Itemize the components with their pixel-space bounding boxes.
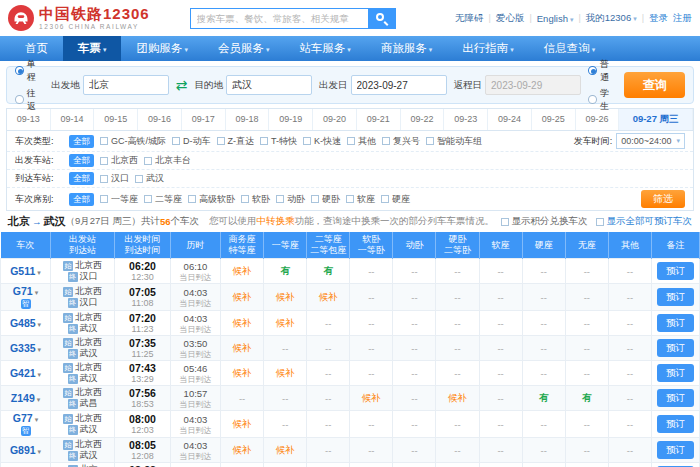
show-points-checkbox[interactable]: 显示积分兑换车次 bbox=[501, 215, 588, 228]
to-input[interactable] bbox=[226, 75, 312, 95]
date-tab-09-18[interactable]: 09-18 bbox=[226, 109, 270, 130]
filter-option-label: 武汉 bbox=[146, 172, 164, 185]
book-button[interactable]: 预订 bbox=[657, 288, 694, 306]
filter-option-0-6[interactable]: 复兴号 bbox=[382, 135, 420, 148]
seat-cell-8: 无 bbox=[565, 463, 608, 467]
filter-option-3-7[interactable]: 硬座 bbox=[381, 193, 410, 206]
filter-option-3-2[interactable]: 高级软卧 bbox=[188, 193, 235, 206]
train-number-link[interactable]: G511 bbox=[10, 265, 35, 277]
filter-option-1-1[interactable]: 北京丰台 bbox=[144, 154, 191, 167]
filter-all-tag[interactable]: 全部 bbox=[69, 154, 94, 167]
register-link[interactable]: 注册 bbox=[673, 12, 692, 25]
date-tab-09-22[interactable]: 09-22 bbox=[401, 109, 445, 130]
nav-item-1[interactable]: 车票 ▾ bbox=[63, 36, 121, 61]
nav-item-2[interactable]: 团购服务 ▾ bbox=[121, 36, 202, 61]
date-tab-09-15[interactable]: 09-15 bbox=[94, 109, 138, 130]
chevron-down-icon[interactable]: ▾ bbox=[36, 448, 41, 455]
filter-option-0-3[interactable]: T-特快 bbox=[260, 135, 297, 148]
passenger-normal-radio[interactable]: 普通 bbox=[588, 58, 617, 84]
filter-option-3-1[interactable]: 二等座 bbox=[144, 193, 182, 206]
date-tab-09-21[interactable]: 09-21 bbox=[357, 109, 401, 130]
date-tab-09-23[interactable]: 09-23 bbox=[444, 109, 488, 130]
header-link-0[interactable]: 无障碍 bbox=[455, 12, 484, 25]
date-tab-09-17[interactable]: 09-17 bbox=[182, 109, 226, 130]
date-tab-09-14[interactable]: 09-14 bbox=[51, 109, 95, 130]
apply-filter-button[interactable]: 筛选 bbox=[641, 190, 685, 208]
show-all-bookable-checkbox[interactable]: 显示全部可预订车次 bbox=[596, 215, 693, 228]
nav-item-5[interactable]: 商旅服务 ▾ bbox=[366, 36, 447, 61]
train-number-link[interactable]: G71 bbox=[13, 285, 33, 297]
header-link-2[interactable]: English ▾ bbox=[537, 13, 574, 24]
trip-oneway-radio[interactable]: 单程 bbox=[15, 58, 44, 84]
search-input[interactable] bbox=[190, 8, 368, 29]
depart-date-input[interactable] bbox=[351, 75, 447, 95]
swap-stations-icon[interactable]: ⇄ bbox=[176, 78, 188, 92]
book-button[interactable]: 预订 bbox=[657, 262, 694, 280]
filter-option-0-7[interactable]: 智能动车组 bbox=[426, 135, 482, 148]
arrival-note: 当日到达 bbox=[171, 375, 220, 384]
filter-option-3-6[interactable]: 软座 bbox=[346, 193, 375, 206]
nav-item-6[interactable]: 出行指南 ▾ bbox=[447, 36, 528, 61]
date-tab-09-19[interactable]: 09-19 bbox=[269, 109, 313, 130]
chevron-down-icon[interactable]: ▾ bbox=[33, 416, 38, 423]
return-date-input[interactable] bbox=[485, 75, 581, 95]
filter-option-0-1[interactable]: D-动车 bbox=[172, 135, 211, 148]
train-number-link[interactable]: G421 bbox=[10, 367, 36, 379]
chevron-down-icon[interactable]: ▾ bbox=[35, 269, 40, 276]
chevron-down-icon[interactable]: ▾ bbox=[36, 371, 41, 378]
book-button[interactable]: 预订 bbox=[657, 415, 694, 433]
chevron-down-icon[interactable]: ▾ bbox=[35, 396, 40, 403]
filter-option-0-0[interactable]: GC-高铁/城际 bbox=[100, 135, 166, 148]
train-number-link[interactable]: G335 bbox=[10, 342, 36, 354]
train-cell: G71 ▾智 bbox=[1, 284, 51, 311]
chevron-down-icon[interactable]: ▾ bbox=[36, 321, 41, 328]
chevron-down-icon[interactable]: ▾ bbox=[36, 346, 41, 353]
date-tab-active[interactable]: 09-27 周三 bbox=[619, 109, 693, 130]
book-button[interactable]: 预订 bbox=[657, 364, 694, 382]
date-tab-09-13[interactable]: 09-13 bbox=[7, 109, 51, 130]
date-tab-09-16[interactable]: 09-16 bbox=[138, 109, 182, 130]
transfer-link[interactable]: 中转换乘 bbox=[257, 215, 295, 226]
header-line1: 出发时间 bbox=[125, 234, 161, 244]
filter-option-2-1[interactable]: 武汉 bbox=[135, 172, 164, 185]
origin-station: 始北京西 bbox=[51, 387, 114, 398]
train-number-link[interactable]: G77 bbox=[13, 412, 33, 424]
filter-all-tag[interactable]: 全部 bbox=[69, 193, 94, 206]
filter-all-tag[interactable]: 全部 bbox=[69, 172, 94, 185]
filter-option-0-4[interactable]: K-快速 bbox=[303, 135, 341, 148]
filter-option-1-0[interactable]: 北京西 bbox=[100, 154, 138, 167]
from-input[interactable] bbox=[83, 75, 169, 95]
separator: | bbox=[578, 13, 580, 23]
header-link-1[interactable]: 爱心版 bbox=[496, 12, 525, 25]
book-button[interactable]: 预订 bbox=[657, 389, 694, 407]
date-tab-09-25[interactable]: 09-25 bbox=[532, 109, 576, 130]
date-tab-09-26[interactable]: 09-26 bbox=[576, 109, 620, 130]
nav-item-4[interactable]: 站车服务 ▾ bbox=[284, 36, 365, 61]
search-button[interactable] bbox=[368, 8, 396, 29]
train-number-link[interactable]: Z149 bbox=[11, 392, 35, 404]
date-tab-09-24[interactable]: 09-24 bbox=[488, 109, 532, 130]
separator: | bbox=[529, 13, 531, 23]
filter-option-3-3[interactable]: 软卧 bbox=[241, 193, 270, 206]
arrival-time: 12:03 bbox=[115, 425, 170, 435]
book-button[interactable]: 预订 bbox=[657, 314, 694, 332]
chevron-down-icon[interactable]: ▾ bbox=[33, 289, 38, 296]
logo[interactable]: 中国铁路12306 12306 CHINA RAILWAY bbox=[8, 5, 150, 31]
filter-all-tag[interactable]: 全部 bbox=[69, 135, 94, 148]
login-link[interactable]: 登录 bbox=[649, 12, 668, 25]
filter-option-2-0[interactable]: 汉口 bbox=[100, 172, 129, 185]
train-number-link[interactable]: G485 bbox=[10, 317, 36, 329]
train-number-link[interactable]: G891 bbox=[10, 444, 36, 456]
filter-option-3-5[interactable]: 硬卧 bbox=[311, 193, 340, 206]
query-button[interactable]: 查询 bbox=[624, 72, 685, 98]
filter-option-0-5[interactable]: 其他 bbox=[347, 135, 376, 148]
nav-item-3[interactable]: 会员服务 ▾ bbox=[203, 36, 284, 61]
book-button[interactable]: 预订 bbox=[657, 339, 694, 357]
date-tab-09-20[interactable]: 09-20 bbox=[313, 109, 357, 130]
filter-option-0-2[interactable]: Z-直达 bbox=[217, 135, 255, 148]
header-link-3[interactable]: 我的12306 ▾ bbox=[586, 12, 637, 25]
filter-option-3-4[interactable]: 动卧 bbox=[276, 193, 305, 206]
depart-time-select[interactable]: 00:00~24:00▾ bbox=[616, 133, 685, 149]
book-button[interactable]: 预订 bbox=[657, 441, 694, 459]
filter-option-3-0[interactable]: 一等座 bbox=[100, 193, 138, 206]
